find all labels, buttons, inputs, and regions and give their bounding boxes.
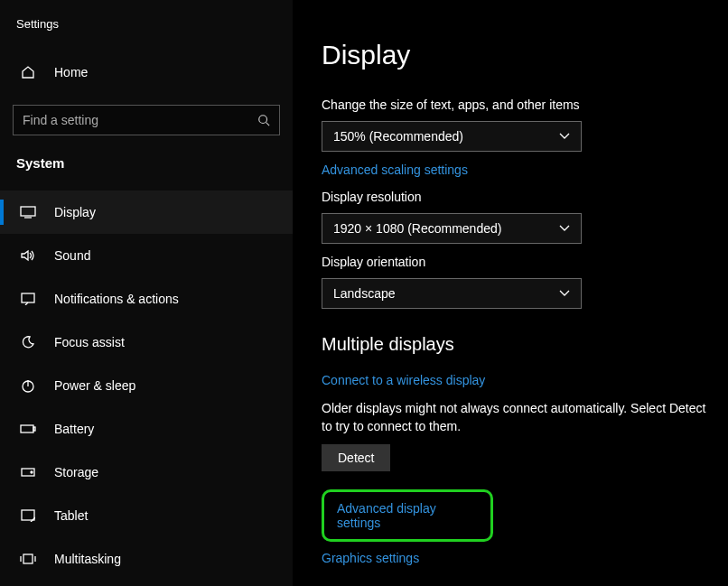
resolution-value: 1920 × 1080 (Recommended) bbox=[333, 221, 501, 236]
sidebar-item-focus-assist[interactable]: Focus assist bbox=[0, 321, 293, 364]
sidebar-item-label: Sound bbox=[54, 248, 90, 263]
resolution-label: Display resolution bbox=[322, 190, 719, 204]
sidebar-item-storage[interactable]: Storage bbox=[0, 451, 293, 494]
search-input[interactable] bbox=[23, 113, 257, 127]
sidebar-item-power-sleep[interactable]: Power & sleep bbox=[0, 364, 293, 407]
detect-description: Older displays might not always connect … bbox=[322, 400, 719, 435]
sidebar-item-label: Focus assist bbox=[54, 335, 125, 349]
page-title: Display bbox=[322, 40, 719, 70]
sidebar-item-sound[interactable]: Sound bbox=[0, 234, 293, 277]
nav-list: Display Sound Notifications & actions bbox=[0, 191, 293, 581]
scale-select[interactable]: 150% (Recommended) bbox=[322, 121, 582, 152]
wireless-display-link[interactable]: Connect to a wireless display bbox=[322, 373, 485, 387]
sidebar-item-label: Multitasking bbox=[54, 552, 121, 566]
multitasking-icon bbox=[18, 553, 38, 564]
multiple-displays-heading: Multiple displays bbox=[322, 334, 719, 355]
resolution-select[interactable]: 1920 × 1080 (Recommended) bbox=[322, 213, 582, 244]
svg-point-7 bbox=[31, 471, 33, 473]
sidebar: Settings Home System bbox=[0, 0, 293, 586]
sidebar-item-display[interactable]: Display bbox=[0, 191, 293, 234]
chevron-down-icon bbox=[559, 225, 570, 232]
sidebar-item-notifications[interactable]: Notifications & actions bbox=[0, 277, 293, 321]
sidebar-item-tablet[interactable]: Tablet bbox=[0, 494, 293, 537]
battery-icon bbox=[18, 424, 38, 433]
notifications-icon bbox=[18, 293, 38, 305]
category-label: System bbox=[0, 135, 293, 180]
sidebar-item-label: Tablet bbox=[54, 508, 88, 523]
orientation-value: Landscape bbox=[333, 286, 396, 301]
scale-label: Change the size of text, apps, and other… bbox=[322, 98, 719, 112]
svg-rect-9 bbox=[23, 554, 33, 563]
advanced-scaling-link[interactable]: Advanced scaling settings bbox=[322, 163, 468, 177]
chevron-down-icon bbox=[559, 133, 570, 140]
advanced-display-settings-link[interactable]: Advanced display settings bbox=[337, 501, 478, 530]
sidebar-item-label: Battery bbox=[54, 422, 94, 436]
sidebar-item-label: Storage bbox=[54, 465, 98, 479]
svg-rect-1 bbox=[21, 207, 35, 216]
display-icon bbox=[18, 206, 38, 219]
detect-button[interactable]: Detect bbox=[322, 444, 390, 471]
orientation-label: Display orientation bbox=[322, 255, 719, 269]
scale-value: 150% (Recommended) bbox=[333, 129, 463, 144]
home-button[interactable]: Home bbox=[0, 52, 293, 92]
chevron-down-icon bbox=[559, 290, 570, 297]
search-box[interactable] bbox=[13, 105, 280, 135]
app-title: Settings bbox=[0, 11, 293, 36]
graphics-settings-link[interactable]: Graphics settings bbox=[322, 551, 419, 565]
highlight-annotation: Advanced display settings bbox=[322, 489, 493, 542]
sidebar-item-multitasking[interactable]: Multitasking bbox=[0, 537, 293, 581]
home-label: Home bbox=[54, 65, 88, 79]
home-icon bbox=[18, 65, 38, 79]
focus-assist-icon bbox=[18, 335, 38, 349]
svg-rect-2 bbox=[22, 293, 34, 302]
sidebar-item-label: Power & sleep bbox=[54, 378, 135, 393]
power-icon bbox=[18, 378, 38, 393]
svg-rect-8 bbox=[22, 510, 34, 520]
sidebar-item-label: Notifications & actions bbox=[54, 292, 179, 306]
main-panel: Display Change the size of text, apps, a… bbox=[293, 0, 728, 586]
sidebar-item-battery[interactable]: Battery bbox=[0, 407, 293, 451]
search-icon bbox=[257, 114, 270, 126]
svg-point-0 bbox=[259, 116, 267, 124]
tablet-icon bbox=[18, 509, 38, 522]
svg-rect-4 bbox=[21, 425, 33, 433]
sidebar-item-label: Display bbox=[54, 205, 96, 219]
sound-icon bbox=[18, 249, 38, 262]
svg-rect-5 bbox=[33, 427, 35, 431]
storage-icon bbox=[18, 468, 38, 477]
orientation-select[interactable]: Landscape bbox=[322, 278, 582, 309]
